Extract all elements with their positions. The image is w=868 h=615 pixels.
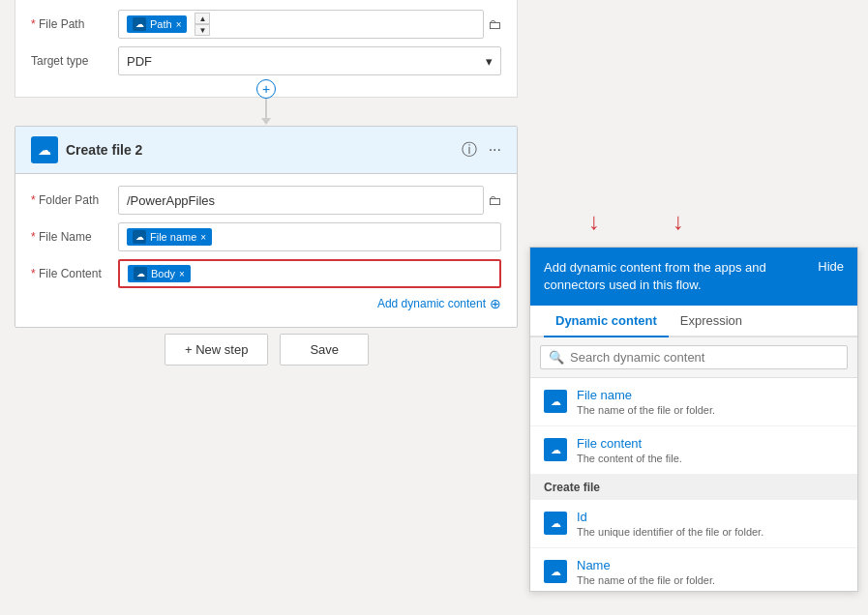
body-token-icon: ☁ <box>134 267 147 280</box>
folder-path-label: Folder Path <box>31 193 118 207</box>
panel-content-list: ☁ File name The name of the file or fold… <box>530 378 857 591</box>
item-desc: The content of the file. <box>577 453 844 464</box>
file-content-row: File Content ☁ Body × <box>31 259 501 288</box>
save-button[interactable]: Save <box>280 334 369 366</box>
item-cloud-icon: ☁ <box>544 560 567 583</box>
spinner-up[interactable]: ▲ <box>195 13 210 24</box>
body-token-remove[interactable]: × <box>179 269 185 279</box>
connector-line <box>265 99 267 118</box>
item-desc: The name of the file or folder. <box>577 404 844 416</box>
panel-header: Add dynamic content from the apps and co… <box>530 248 857 306</box>
panel-header-text: Add dynamic content from the apps and co… <box>544 259 808 294</box>
item-desc: The name of the file or folder. <box>577 574 844 586</box>
file-name-label: File Name <box>31 230 118 244</box>
header-right: ⓘ ··· <box>462 140 501 161</box>
section-header: Create file <box>530 475 857 500</box>
list-item[interactable]: ☁ Name The name of the file or folder. <box>530 548 857 591</box>
create-card-title: Create file 2 <box>66 142 142 158</box>
add-dynamic-icon: ⊕ <box>490 296 501 311</box>
panel-tabs: Dynamic content Expression <box>530 306 857 337</box>
file-name-row: File Name ☁ File name × <box>31 222 501 251</box>
file-path-row: File Path ☁ Path × ▲ ▼ 🗀 <box>31 10 501 39</box>
path-token-remove[interactable]: × <box>176 19 182 30</box>
add-step-icon[interactable]: + <box>256 79 276 99</box>
red-arrow-2: ↓ <box>673 208 684 235</box>
item-cloud-icon: ☁ <box>544 438 567 461</box>
item-cloud-icon: ☁ <box>544 512 567 535</box>
create-card-header: ☁ Create file 2 ⓘ ··· <box>15 127 517 174</box>
item-title: Name <box>577 558 844 572</box>
file-content-label: File Content <box>31 267 118 280</box>
new-step-button[interactable]: + New step <box>165 334 268 366</box>
info-icon[interactable]: ⓘ <box>462 140 477 161</box>
bottom-buttons: + New step Save <box>165 334 369 366</box>
file-name-token-remove[interactable]: × <box>200 232 206 243</box>
more-options-icon[interactable]: ··· <box>489 141 501 159</box>
target-type-dropdown[interactable]: PDF ▾ <box>118 46 501 75</box>
add-dynamic-link[interactable]: Add dynamic content ⊕ <box>31 296 501 311</box>
file-path-field[interactable]: ☁ Path × ▲ ▼ <box>118 10 484 39</box>
hide-button[interactable]: Hide <box>818 259 844 274</box>
list-item[interactable]: ☁ File name The name of the file or fold… <box>530 378 857 426</box>
search-input[interactable] <box>570 350 839 365</box>
tab-dynamic-content[interactable]: Dynamic content <box>544 306 669 337</box>
connector-arrow <box>261 118 271 125</box>
search-box[interactable]: 🔍 <box>540 345 848 369</box>
search-icon: 🔍 <box>549 350 564 365</box>
item-title: File name <box>577 388 844 402</box>
red-arrow-1: ↓ <box>588 208 600 235</box>
create-card-icon: ☁ <box>31 136 58 163</box>
tab-expression[interactable]: Expression <box>669 306 754 337</box>
folder-path-input[interactable]: /PowerAppFiles <box>118 186 484 215</box>
item-title: File content <box>577 436 844 451</box>
item-desc: The unique identifier of the file or fol… <box>577 526 844 538</box>
folder-path-row: Folder Path /PowerAppFiles 🗀 <box>31 186 501 215</box>
file-content-input[interactable]: ☁ Body × <box>118 259 501 288</box>
list-item[interactable]: ☁ File content The content of the file. <box>530 426 857 475</box>
item-title: Id <box>577 510 844 524</box>
spinner-down[interactable]: ▼ <box>195 24 210 36</box>
dynamic-content-panel: Add dynamic content from the apps and co… <box>529 247 858 592</box>
file-name-input[interactable]: ☁ File name × <box>118 222 501 251</box>
file-name-token-icon: ☁ <box>133 230 146 244</box>
step-connector: + <box>256 79 276 125</box>
path-token: ☁ Path × <box>127 15 187 33</box>
target-type-row: Target type PDF ▾ <box>31 46 501 75</box>
body-token: ☁ Body × <box>128 265 191 282</box>
folder-browse-btn[interactable]: 🗀 <box>488 192 501 208</box>
list-item[interactable]: ☁ Id The unique identifier of the file o… <box>530 500 857 548</box>
main-area: File Path ☁ Path × ▲ ▼ 🗀 Target type PDF… <box>0 0 868 615</box>
create-card-body: Folder Path /PowerAppFiles 🗀 File Name ☁… <box>15 174 517 327</box>
panel-search: 🔍 <box>530 337 857 378</box>
dropdown-chevron: ▾ <box>486 54 493 69</box>
file-name-token: ☁ File name × <box>127 228 212 246</box>
target-type-label: Target type <box>31 54 118 68</box>
spinner-buttons[interactable]: ▲ ▼ <box>195 13 210 36</box>
item-cloud-icon: ☁ <box>544 390 567 413</box>
header-left: ☁ Create file 2 <box>31 136 142 163</box>
create-file-card: ☁ Create file 2 ⓘ ··· Folder Path /Power… <box>15 126 518 328</box>
folder-browse-icon[interactable]: 🗀 <box>488 16 501 32</box>
file-path-label: File Path <box>31 17 118 31</box>
path-token-icon: ☁ <box>133 17 146 31</box>
